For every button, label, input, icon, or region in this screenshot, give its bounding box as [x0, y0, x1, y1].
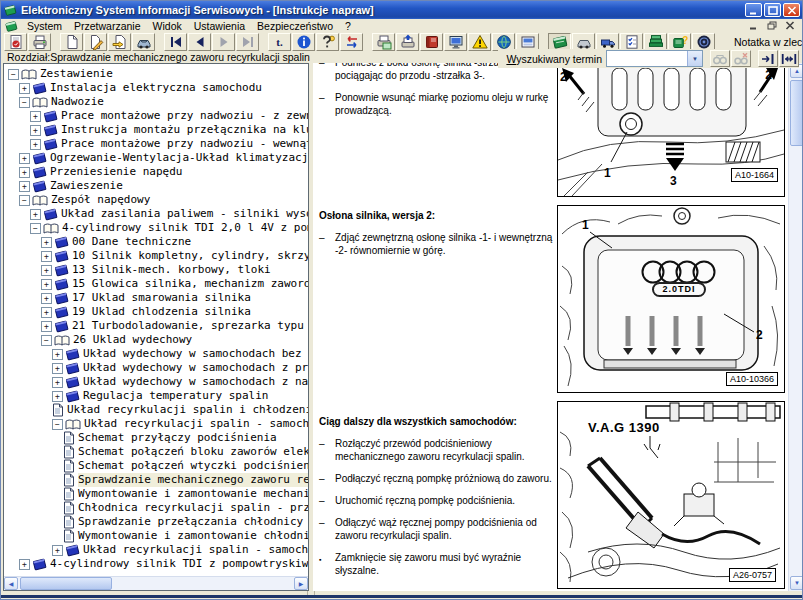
close-button[interactable] [783, 3, 800, 17]
expand-icon[interactable]: + [52, 545, 63, 556]
content-vertical-scrollbar[interactable]: ▲ ▼ [788, 63, 803, 591]
tree-item[interactable]: Układ recyrkulacji spalin i chłodzenia [4, 403, 308, 417]
tree-item-label[interactable]: Wymontowanie i zamontowanie mechani [78, 487, 309, 501]
wheel-button[interactable] [692, 33, 715, 51]
manuals-button[interactable] [420, 33, 443, 51]
tree-item-label[interactable]: 19 Uklad chlodzenia silnika [72, 305, 251, 319]
mdi-minimize-button[interactable] [746, 20, 761, 31]
maximize-button[interactable] [764, 3, 781, 17]
collapse-icon[interactable]: − [41, 335, 52, 346]
expand-icon[interactable]: + [19, 167, 30, 178]
tree-item-label[interactable]: Sprawdzanie przełączania chłodnicy [78, 515, 303, 529]
expand-icon[interactable]: + [19, 153, 30, 164]
tree-item-label[interactable]: 4-cylindrowy silnik TDI 2,0 l 4V z pompo… [62, 221, 309, 235]
search-jump-button[interactable] [758, 50, 778, 67]
tree-item[interactable]: Schemat połączeń bloku zaworów elektr [4, 445, 308, 459]
expand-icon[interactable]: + [30, 139, 41, 150]
expand-icon[interactable]: + [41, 279, 52, 290]
tree-item-label[interactable]: Zestawienie [40, 67, 113, 81]
tree-item[interactable]: +Układ wydechowy w samochodach z przec [4, 361, 308, 375]
tree-item-label[interactable]: 17 Uklad smarowania silnika [72, 291, 251, 305]
nav-prev-button[interactable] [188, 33, 211, 51]
tree-item[interactable]: +Zawieszenie [4, 179, 308, 193]
vertical-scroll-thumb[interactable] [790, 80, 803, 146]
tree-item[interactable]: +Ogrzewanie-Wentylacja-Układ klimatyzacj… [4, 151, 308, 165]
tree-item-label[interactable]: Nadwozie [51, 95, 104, 109]
edit-document-button[interactable] [84, 33, 107, 51]
tree-item-label[interactable]: Układ recyrkulacji spalin i chłodzenia [67, 403, 309, 417]
tree-item[interactable]: −Zespół napędowy [4, 193, 308, 207]
tree-item[interactable]: +Układ recyrkulacji spalin - samochody [4, 543, 308, 557]
print-document-button[interactable] [372, 33, 395, 51]
new-document-button[interactable] [60, 33, 83, 51]
expand-icon[interactable]: + [30, 125, 41, 136]
expand-icon[interactable]: + [30, 111, 41, 122]
tree-item[interactable]: −4-cylindrowy silnik TDI 2,0 l 4V z pomp… [4, 221, 308, 235]
tree-item-label[interactable]: 10 Silnik kompletny, cylindry, skrzynia [72, 249, 309, 263]
online-button[interactable] [492, 33, 515, 51]
expand-icon[interactable]: + [19, 181, 30, 192]
tree-item-label[interactable]: Instalacja elektryczna samochodu [50, 81, 262, 95]
tree-item[interactable]: +15 Glowica silnika, mechanizm zaworow [4, 277, 308, 291]
nav-next-button[interactable] [212, 33, 235, 51]
tree-item-label[interactable]: Wymontowanie i zamontowanie chłodnic [78, 529, 309, 543]
send-print-button[interactable] [396, 33, 419, 51]
expand-icon[interactable]: + [19, 559, 30, 570]
tree-item-label[interactable]: Przeniesienie napędu [50, 165, 182, 179]
tree-item[interactable]: Chłodnica recyrkulacji spalin - prze [4, 501, 308, 515]
tree-item[interactable]: +17 Uklad smarowania silnika [4, 291, 308, 305]
tree-item-label[interactable]: 00 Dane techniczne [72, 235, 191, 249]
menu-item[interactable]: Przetwarzanie [68, 20, 147, 32]
tree-horizontal-scrollbar[interactable]: ◀ ▶ [4, 576, 308, 590]
monitor-button[interactable] [444, 33, 467, 51]
tree-item[interactable]: +13 Silnik-mech. korbowy, tloki [4, 263, 308, 277]
checklist-button[interactable] [620, 33, 643, 51]
expand-icon[interactable]: + [30, 209, 41, 220]
tree-item-label[interactable]: Schemat połączeń bloku zaworów elektr [78, 445, 309, 459]
search-combobox[interactable]: ▼ [606, 50, 703, 67]
tree-item[interactable]: Sprawdzanie przełączania chłodnicy [4, 515, 308, 529]
tree-item[interactable]: +19 Uklad chlodzenia silnika [4, 305, 308, 319]
scroll-down-button[interactable]: ▼ [790, 576, 803, 590]
tree-item[interactable]: −26 Uklad wydechowy [4, 333, 308, 347]
tree-item-label[interactable]: Schemat przyłączy podciśnienia [78, 431, 277, 445]
tree-item[interactable]: +Instrukcja montażu przełącznika na kluc… [4, 123, 308, 137]
repair-manual-button[interactable] [548, 33, 571, 51]
expand-icon[interactable]: + [19, 83, 30, 94]
collapse-icon[interactable]: − [19, 97, 30, 108]
menu-item[interactable]: System [21, 20, 68, 32]
print-button[interactable] [28, 33, 51, 51]
mdi-restore-button[interactable] [764, 20, 779, 31]
expand-icon[interactable]: + [41, 293, 52, 304]
tree-item-label[interactable]: Instrukcja montażu przełącznika na klucz… [61, 123, 309, 137]
tree-item-label[interactable]: Układ wydechowy w samochodach bez fil [83, 347, 309, 361]
tree-item[interactable]: +Instalacja elektryczna samochodu [4, 81, 308, 95]
tree-item-label[interactable]: 13 Silnik-mech. korbowy, tloki [72, 263, 271, 277]
combo-dropdown-button[interactable]: ▼ [687, 51, 702, 66]
tree-item[interactable]: +4-cylindrowy silnik TDI z pompowtryskiw… [4, 557, 308, 571]
minimize-button[interactable] [745, 3, 762, 17]
expand-icon[interactable]: + [41, 265, 52, 276]
tree-item[interactable]: +10 Silnik kompletny, cylindry, skrzynia [4, 249, 308, 263]
tree-item-label[interactable]: Układ wydechowy w samochodach z przec [83, 361, 309, 375]
tree-item-label[interactable]: Sprawdzanie mechanicznego zaworu rec [78, 473, 309, 487]
tree-item[interactable]: +Układ wydechowy w samochodach bez fil [4, 347, 308, 361]
help-button[interactable] [316, 33, 339, 51]
tree-item[interactable]: +Przeniesienie napędu [4, 165, 308, 179]
nav-first-button[interactable] [164, 33, 187, 51]
book-help-button[interactable]: ? [668, 33, 691, 51]
service-button[interactable] [596, 33, 619, 51]
tree-item-label[interactable]: Prace montażowe przy nadwoziu - z zewnąt… [61, 109, 309, 123]
tree-item[interactable]: +Prace montażowe przy nadwoziu - z zewną… [4, 109, 308, 123]
tree-item-label[interactable]: Układ zasilania paliwem - silniki wysoko… [61, 207, 309, 221]
tree-item[interactable]: +00 Dane techniczne [4, 235, 308, 249]
text-size-button[interactable]: t. [268, 33, 291, 51]
tree-item[interactable]: +Układ wydechowy w samochodach z napęd [4, 375, 308, 389]
expand-icon[interactable]: + [52, 363, 63, 374]
tree-item-label[interactable]: Chłodnica recyrkulacji spalin - prze [78, 501, 309, 515]
tree-item-label[interactable]: Układ recyrkulacji spalin - samochody [84, 417, 309, 431]
open-document-button[interactable] [108, 33, 131, 51]
warning-button[interactable] [468, 33, 491, 51]
scroll-left-button[interactable]: ◀ [4, 577, 18, 590]
tree-item-label[interactable]: Zespół napędowy [51, 193, 150, 207]
